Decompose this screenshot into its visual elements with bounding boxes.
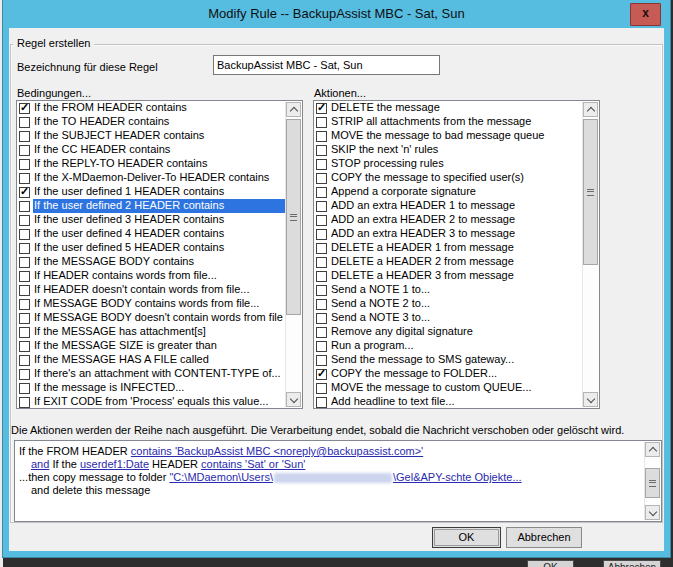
rule-action-row[interactable]: MOVE the message to custom QUEUE...	[314, 381, 583, 395]
action-checkbox[interactable]	[316, 397, 327, 408]
condition-checkbox[interactable]	[19, 313, 30, 324]
rule-condition-row[interactable]: If the user defined 1 HEADER contains	[17, 185, 286, 199]
condition-checkbox[interactable]	[19, 383, 30, 394]
rule-action-row[interactable]: DELETE the message	[314, 101, 583, 115]
action-checkbox[interactable]	[316, 271, 327, 282]
background-ok-button[interactable]: OK	[527, 560, 574, 567]
rule-condition-row[interactable]: If EXIT CODE from 'Process' equals this …	[17, 395, 286, 408]
scroll-up-button[interactable]	[286, 102, 301, 117]
rule-action-row[interactable]: Send a NOTE 2 to...	[314, 297, 583, 311]
rule-condition-row[interactable]: If the REPLY-TO HEADER contains	[17, 157, 286, 171]
rule-condition-row[interactable]: If the user defined 4 HEADER contains	[17, 227, 286, 241]
rule-summary-link[interactable]: userdef1:Date	[80, 458, 149, 470]
rule-action-row[interactable]: ADD an extra HEADER 2 to message	[314, 213, 583, 227]
scroll-thumb[interactable]	[286, 119, 301, 315]
rule-action-row[interactable]: STOP processing rules	[314, 157, 583, 171]
rule-action-row[interactable]: STRIP all attachments from the message	[314, 115, 583, 129]
rule-condition-row[interactable]: If the message is INFECTED...	[17, 381, 286, 395]
rule-summary-link[interactable]: "C:\MDaemon\Users\	[169, 471, 273, 483]
rule-action-row[interactable]: Send a NOTE 3 to...	[314, 311, 583, 325]
condition-checkbox[interactable]	[19, 131, 30, 142]
rule-summary-link[interactable]: contains 'BackupAssist MBC <noreply@back…	[131, 445, 423, 457]
action-checkbox[interactable]	[316, 285, 327, 296]
rule-condition-row[interactable]: If MESSAGE BODY contains words from file…	[17, 297, 286, 311]
actions-scrollbar[interactable]	[582, 102, 598, 407]
condition-checkbox[interactable]	[19, 173, 30, 184]
condition-checkbox[interactable]	[19, 341, 30, 352]
rule-action-row[interactable]: DELETE a HEADER 1 from message	[314, 241, 583, 255]
rule-action-row[interactable]: Append a corporate signature	[314, 185, 583, 199]
rule-condition-row[interactable]: If the SUBJECT HEADER contains	[17, 129, 286, 143]
rule-action-row[interactable]: DELETE a HEADER 2 from message	[314, 255, 583, 269]
scroll-down-button[interactable]	[583, 392, 598, 407]
condition-checkbox[interactable]	[19, 327, 30, 338]
scroll-up-button[interactable]	[645, 442, 660, 457]
action-checkbox[interactable]	[316, 299, 327, 310]
condition-checkbox[interactable]	[19, 397, 30, 408]
action-checkbox[interactable]	[316, 159, 327, 170]
condition-checkbox[interactable]	[19, 229, 30, 240]
rule-condition-row[interactable]: If there's an attachment with CONTENT-TY…	[17, 367, 286, 381]
action-checkbox[interactable]	[316, 131, 327, 142]
action-checkbox[interactable]	[316, 145, 327, 156]
rule-condition-row[interactable]: If the MESSAGE SIZE is greater than	[17, 339, 286, 353]
rule-condition-row[interactable]: If the user defined 5 HEADER contains	[17, 241, 286, 255]
condition-checkbox[interactable]	[19, 355, 30, 366]
rule-action-row[interactable]: Remove any digital signature	[314, 325, 583, 339]
rule-condition-row[interactable]: If the MESSAGE has attachment[s]	[17, 325, 286, 339]
condition-checkbox[interactable]	[19, 103, 30, 114]
action-checkbox[interactable]	[316, 341, 327, 352]
condition-checkbox[interactable]	[19, 369, 30, 380]
scroll-thumb[interactable]	[645, 468, 660, 498]
rule-condition-row[interactable]: If the X-MDaemon-Deliver-To HEADER conta…	[17, 171, 286, 185]
action-checkbox[interactable]	[316, 369, 327, 380]
cancel-button[interactable]: Abbrechen	[506, 527, 582, 548]
rule-condition-row[interactable]: If the TO HEADER contains	[17, 115, 286, 129]
conditions-scrollbar[interactable]	[285, 102, 301, 407]
rule-summary-box[interactable]: If the FROM HEADER contains 'BackupAssis…	[14, 440, 662, 522]
rule-action-row[interactable]: COPY the message to FOLDER...	[314, 367, 583, 381]
scroll-thumb[interactable]	[583, 119, 598, 265]
rule-condition-row[interactable]: If MESSAGE BODY doesn't contain words fr…	[17, 311, 286, 325]
action-checkbox[interactable]	[316, 355, 327, 366]
action-checkbox[interactable]	[316, 383, 327, 394]
action-checkbox[interactable]	[316, 173, 327, 184]
rule-name-input[interactable]	[213, 55, 440, 75]
condition-checkbox[interactable]	[19, 285, 30, 296]
rule-summary-link[interactable]: \Gel&APY-schte Objekte...	[393, 471, 522, 483]
action-checkbox[interactable]	[316, 201, 327, 212]
ok-button[interactable]: OK	[432, 527, 501, 548]
rule-summary-link[interactable]: and	[31, 458, 49, 470]
titlebar[interactable]: Modify Rule -- BackupAssist MBC - Sat, S…	[3, 0, 670, 28]
action-checkbox[interactable]	[316, 257, 327, 268]
rule-condition-row[interactable]: If the user defined 2 HEADER contains	[17, 199, 286, 213]
background-cancel-button[interactable]: Abbrechen	[603, 560, 661, 567]
rule-condition-row[interactable]: If the FROM HEADER contains	[17, 101, 286, 115]
condition-checkbox[interactable]	[19, 201, 30, 212]
action-checkbox[interactable]	[316, 327, 327, 338]
rule-action-row[interactable]: Add headline to text file...	[314, 395, 583, 408]
rule-condition-row[interactable]: If the user defined 3 HEADER contains	[17, 213, 286, 227]
scroll-down-button[interactable]	[286, 392, 301, 407]
summary-scrollbar[interactable]	[644, 442, 660, 520]
action-checkbox[interactable]	[316, 103, 327, 114]
rule-action-row[interactable]: COPY the message to specified user(s)	[314, 171, 583, 185]
action-checkbox[interactable]	[316, 229, 327, 240]
rule-action-row[interactable]: DELETE a HEADER 3 from message	[314, 269, 583, 283]
rule-condition-row[interactable]: If HEADER doesn't contain words from fil…	[17, 283, 286, 297]
condition-checkbox[interactable]	[19, 215, 30, 226]
condition-checkbox[interactable]	[19, 159, 30, 170]
rule-action-row[interactable]: ADD an extra HEADER 1 to message	[314, 199, 583, 213]
action-checkbox[interactable]	[316, 313, 327, 324]
rule-action-row[interactable]: SKIP the next 'n' rules	[314, 143, 583, 157]
rule-action-row[interactable]: Send a NOTE 1 to...	[314, 283, 583, 297]
scroll-down-button[interactable]	[645, 505, 660, 520]
rule-action-row[interactable]: Send the message to SMS gateway...	[314, 353, 583, 367]
condition-checkbox[interactable]	[19, 299, 30, 310]
action-checkbox[interactable]	[316, 215, 327, 226]
rule-summary-link[interactable]: contains 'Sat' or 'Sun'	[201, 458, 305, 470]
rule-condition-row[interactable]: If the MESSAGE HAS A FILE called	[17, 353, 286, 367]
action-checkbox[interactable]	[316, 243, 327, 254]
rule-condition-row[interactable]: If the CC HEADER contains	[17, 143, 286, 157]
condition-checkbox[interactable]	[19, 187, 30, 198]
